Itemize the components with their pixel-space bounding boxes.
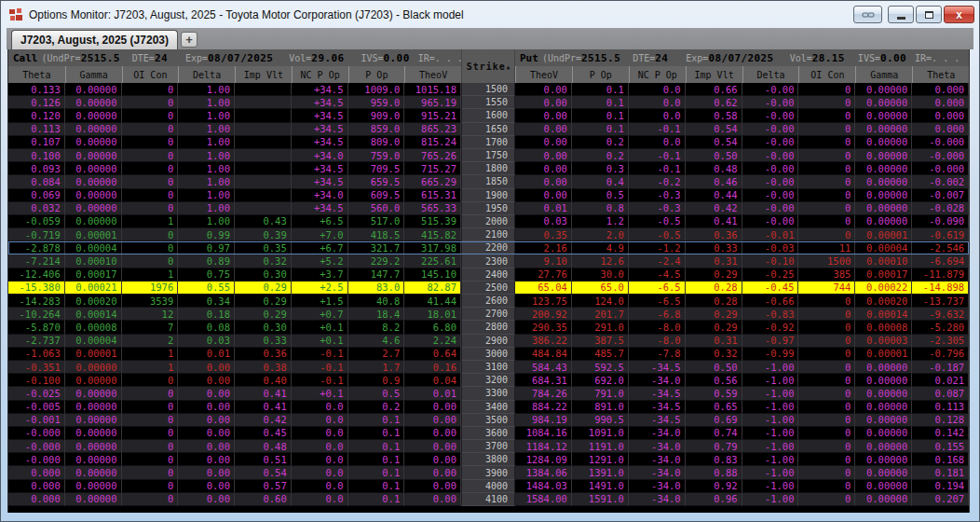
cell-put-theov[interactable]: 1584.00 [515, 493, 572, 506]
cell-put-oicon[interactable]: 0 [798, 123, 855, 136]
cell-put-gamma[interactable]: 0.00000 [855, 162, 912, 175]
cell-call-delta[interactable]: 0.55 [178, 282, 235, 295]
cell-strike[interactable]: 3500 [461, 414, 515, 427]
cell-call-delta[interactable]: 1.00 [178, 96, 235, 109]
cell-call-theov[interactable]: 915.21 [404, 109, 461, 122]
cell-call-oicon[interactable]: 0 [122, 162, 179, 175]
cell-put-theov[interactable]: 684.31 [515, 374, 572, 387]
cell-call-pop[interactable]: 321.7 [348, 241, 405, 254]
cell-put-impvlt[interactable]: 0.79 [686, 440, 742, 453]
cell-put-theov[interactable]: 200.92 [515, 308, 572, 321]
cell-call-theov[interactable]: 765.26 [404, 149, 461, 162]
cell-put-theta[interactable]: -0.619 [912, 228, 969, 241]
table-row-3000[interactable]: -1.0630.0000110.010.36-0.12.70.643000484… [8, 348, 969, 361]
cell-call-theov[interactable]: 615.31 [404, 189, 461, 202]
cell-call-impvlt[interactable]: 0.30 [235, 268, 292, 282]
cell-strike[interactable]: 2900 [461, 335, 515, 348]
cell-strike[interactable]: 4100 [461, 493, 515, 506]
cell-put-theta[interactable]: -2.305 [912, 335, 969, 348]
cell-put-theta[interactable]: 0.000 [912, 96, 969, 109]
cell-put-theov[interactable]: 984.19 [515, 414, 572, 427]
cell-call-pop[interactable]: 83.0 [348, 282, 405, 295]
cell-put-pop[interactable]: 124.0 [572, 295, 629, 308]
cell-put-delta[interactable]: -0.99 [742, 348, 799, 361]
cell-call-ncpop[interactable]: +6.7 [292, 241, 348, 254]
table-row-1800[interactable]: 0.0930.0000001.00+34.5709.5715.2718000.0… [8, 162, 969, 175]
cell-strike[interactable]: 3100 [461, 361, 515, 374]
cell-put-oicon[interactable]: 0 [798, 149, 855, 162]
cell-call-theov[interactable]: 6.80 [404, 321, 461, 334]
cell-call-oicon[interactable]: 0 [122, 83, 179, 96]
cell-put-delta[interactable]: -0.00 [742, 215, 799, 228]
cell-call-gamma[interactable]: 0.00000 [65, 136, 122, 149]
cell-put-theov[interactable]: 784.26 [515, 387, 572, 400]
cell-put-delta[interactable]: -0.25 [742, 268, 799, 282]
cell-put-oicon[interactable]: 0 [798, 480, 855, 493]
cell-strike[interactable]: 2500 [461, 282, 515, 295]
cell-call-ncpop[interactable]: 0.0 [292, 493, 348, 506]
cell-put-oicon[interactable]: 0 [798, 228, 855, 241]
cell-call-ncpop[interactable]: 0.0 [292, 414, 348, 427]
col-put-theov[interactable]: TheoV [515, 66, 572, 83]
cell-call-delta[interactable]: 1.00 [178, 202, 235, 215]
cell-strike[interactable]: 1850 [461, 175, 515, 188]
cell-put-theta[interactable]: 0.142 [912, 427, 969, 440]
cell-call-delta[interactable]: 0.00 [178, 493, 235, 506]
cell-put-ncpop[interactable]: -34.0 [629, 480, 686, 493]
cell-call-theov[interactable]: 865.23 [404, 123, 461, 136]
cell-call-gamma[interactable]: 0.00000 [65, 175, 122, 188]
cell-call-pop[interactable]: 147.7 [348, 268, 405, 282]
cell-put-pop[interactable]: 1091.0 [572, 427, 629, 440]
cell-call-oicon[interactable]: 0 [122, 189, 179, 202]
cell-put-theta[interactable]: 0.087 [912, 387, 969, 400]
cell-put-oicon[interactable]: 0 [798, 321, 855, 334]
cell-put-gamma[interactable]: 0.00000 [855, 401, 912, 414]
cell-put-delta[interactable]: -1.00 [742, 401, 799, 414]
cell-call-pop[interactable]: 8.2 [348, 321, 405, 334]
cell-put-theta[interactable]: 0.113 [912, 401, 969, 414]
cell-put-delta[interactable]: -1.00 [742, 466, 799, 479]
cell-call-theta[interactable]: 0.126 [8, 96, 65, 109]
cell-put-impvlt[interactable]: 0.29 [686, 268, 742, 282]
cell-call-oicon[interactable]: 0 [122, 401, 179, 414]
cell-call-gamma[interactable]: 0.00000 [65, 149, 122, 162]
cell-call-theov[interactable]: 815.24 [404, 136, 461, 149]
cell-call-pop[interactable]: 0.1 [348, 453, 405, 466]
cell-put-ncpop[interactable]: -34.0 [629, 427, 686, 440]
cell-strike[interactable]: 3800 [461, 453, 515, 466]
cell-put-delta[interactable]: -0.00 [742, 83, 799, 96]
cell-put-pop[interactable]: 891.0 [572, 401, 629, 414]
cell-put-theov[interactable]: 884.22 [515, 401, 572, 414]
cell-put-theov[interactable]: 27.76 [515, 268, 572, 282]
cell-call-ncpop[interactable]: +0.1 [292, 335, 348, 348]
cell-put-theta[interactable]: 0.000 [912, 109, 969, 122]
cell-call-impvlt[interactable]: 0.43 [235, 215, 292, 228]
cell-put-gamma[interactable]: 0.00004 [855, 241, 912, 254]
table-row-1650[interactable]: 0.1130.0000001.00+34.5859.0865.2316500.0… [8, 123, 969, 136]
cell-call-gamma[interactable]: 0.00021 [65, 282, 122, 295]
cell-call-impvlt[interactable]: 0.60 [235, 493, 292, 506]
cell-strike[interactable]: 3400 [461, 401, 515, 414]
cell-call-oicon[interactable]: 1976 [122, 282, 179, 295]
cell-put-theov[interactable]: 9.10 [515, 254, 572, 268]
table-row-1500[interactable]: 0.1330.0000001.00+34.51009.01015.1815000… [8, 83, 969, 96]
cell-call-theov[interactable]: 965.19 [404, 96, 461, 109]
cell-call-ncpop[interactable]: +34.5 [292, 109, 348, 122]
cell-put-delta[interactable]: -0.10 [742, 254, 799, 268]
cell-put-ncpop[interactable]: -6.8 [629, 308, 686, 321]
cell-put-gamma[interactable]: 0.00000 [855, 440, 912, 453]
cell-call-ncpop[interactable]: +5.2 [292, 254, 348, 268]
cell-put-pop[interactable]: 291.0 [572, 321, 629, 334]
cell-call-ncpop[interactable]: +34.5 [292, 162, 348, 175]
cell-put-oicon[interactable]: 0 [798, 308, 855, 321]
cell-strike[interactable]: 4000 [461, 480, 515, 493]
cell-call-impvlt[interactable]: 0.29 [235, 295, 292, 308]
cell-call-oicon[interactable]: 0 [122, 414, 179, 427]
cell-put-oicon[interactable]: 0 [798, 162, 855, 175]
cell-strike[interactable]: 2300 [461, 254, 515, 268]
cell-call-impvlt[interactable] [235, 83, 292, 96]
cell-call-impvlt[interactable] [235, 189, 292, 202]
cell-put-theta[interactable]: -0.000 [912, 149, 969, 162]
cell-call-gamma[interactable]: 0.00000 [65, 202, 122, 215]
cell-call-impvlt[interactable]: 0.57 [235, 480, 292, 493]
